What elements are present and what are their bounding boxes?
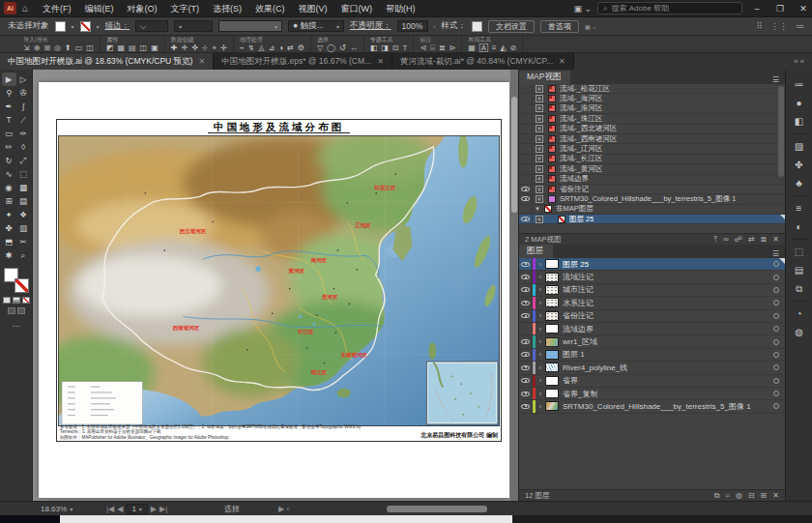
visibility-toggle[interactable]	[519, 185, 533, 193]
toolbar-tool-icon[interactable]: ◭	[500, 44, 506, 52]
toolbar-tool-icon[interactable]: ⚙	[298, 44, 304, 52]
layer-visibility-toggle[interactable]	[519, 323, 533, 334]
layer-visibility-toggle[interactable]	[519, 362, 533, 373]
brushes-panel-icon[interactable]: ▨	[795, 137, 803, 156]
layer-target-icon[interactable]	[773, 313, 779, 319]
close-button[interactable]: ✕	[795, 4, 812, 14]
toolbar-tool-icon[interactable]: ⊕	[34, 44, 41, 52]
toolbar-tool-icon[interactable]: ▽	[317, 44, 323, 52]
layer-row[interactable]: ›流域边界	[519, 323, 785, 335]
toolbar-tool-icon[interactable]: ⊿	[268, 44, 275, 52]
toolbar-tool-icon[interactable]: ◩	[106, 44, 114, 52]
free-transform-tool-icon[interactable]: ⬚	[16, 167, 31, 181]
export-icon[interactable]: ⤒	[714, 235, 718, 245]
visibility-toggle[interactable]	[519, 125, 533, 133]
swatches-panel-icon[interactable]: ◧	[795, 112, 803, 131]
toolbar-tool-icon[interactable]: ⊡	[392, 44, 399, 52]
mapview-row[interactable]: 流域-_西南诸河区	[519, 134, 785, 144]
collect-export-icon[interactable]: ⧉	[714, 491, 720, 501]
map-image[interactable]: 松花江区辽河区西北诸河区海河区黄河区淮河区长江区西南诸河区东南诸河区珠江区	[58, 135, 500, 426]
toolbar-tool-icon[interactable]: ⊲	[420, 44, 426, 52]
layer-target-icon[interactable]	[773, 364, 779, 370]
layer-visibility-toggle[interactable]	[519, 388, 533, 399]
toolbar-tool-icon[interactable]: ◨	[381, 44, 389, 52]
arrange-documents-icon[interactable]: ⠿	[756, 21, 763, 31]
restore-button[interactable]: ❐	[771, 4, 789, 14]
frame-toggle[interactable]	[533, 165, 546, 173]
toolbar-tool-icon[interactable]: ↺	[339, 44, 346, 52]
layer-visibility-toggle[interactable]	[519, 375, 533, 387]
variable-width-select[interactable]: ▾	[174, 20, 213, 32]
layer-row[interactable]: ›流域注记	[519, 271, 785, 283]
toolbar-tool-icon[interactable]: ≡	[492, 44, 497, 52]
mapview-row[interactable]: 流域-_西北诸河区	[519, 125, 785, 134]
layer-expand-icon[interactable]: ›	[536, 286, 545, 293]
list-icon[interactable]: ≔	[796, 21, 804, 31]
stroke-panel-icon[interactable]: ≡	[797, 199, 802, 218]
visibility-toggle[interactable]	[519, 175, 533, 184]
toolbar-tool-icon[interactable]: ✢	[220, 44, 227, 52]
canvas-area[interactable]: 中国地形及流域分布图	[33, 70, 518, 501]
layer-target-icon[interactable]	[773, 378, 779, 384]
toolbar-tool-icon[interactable]: ✛	[181, 44, 188, 52]
locate-icon[interactable]: ⌕	[725, 491, 729, 501]
canvas-horizontal-scrollbar[interactable]	[387, 506, 487, 512]
layer-visibility-toggle[interactable]	[519, 258, 533, 270]
screen-mode-button[interactable]	[17, 307, 25, 314]
column-graph-tool-icon[interactable]: ▥	[16, 221, 31, 235]
layer-row[interactable]: ›省界	[519, 375, 785, 388]
layer-visibility-toggle[interactable]	[519, 297, 533, 308]
layer-expand-icon[interactable]: ›	[536, 261, 545, 268]
layer-target-icon[interactable]	[773, 339, 779, 345]
mapview-row[interactable]: 流域-_辽河区	[519, 144, 785, 154]
pen-tool-icon[interactable]: ✒	[2, 100, 16, 113]
layer-row[interactable]: ›图层 25	[519, 258, 785, 271]
visibility-toggle[interactable]	[519, 104, 533, 113]
last-artboard-icon[interactable]: ▶|	[160, 505, 167, 513]
opacity-input[interactable]: 100%	[397, 20, 428, 32]
mapview-row[interactable]: 图层 25	[519, 215, 785, 224]
frame-toggle[interactable]	[533, 186, 546, 193]
toolbar-tool-icon[interactable]: ⊳	[450, 44, 456, 52]
edit-toolbar-icon[interactable]: ⋯	[13, 322, 20, 331]
shape-builder-tool-icon[interactable]: ◉	[2, 181, 16, 194]
layer-target-icon[interactable]	[773, 261, 779, 267]
fill-dropdown-icon[interactable]: ▾	[72, 23, 74, 30]
menu-item[interactable]: 选择(S)	[206, 0, 248, 17]
toolbar-tool-icon[interactable]: ⇄	[287, 44, 294, 52]
symbol-sprayer-tool-icon[interactable]: ✤	[2, 221, 16, 235]
layer-visibility-toggle[interactable]	[519, 335, 533, 347]
properties-panel-icon[interactable]: ≔	[795, 75, 804, 94]
layer-visibility-toggle[interactable]	[519, 271, 533, 282]
frame-toggle[interactable]	[533, 195, 546, 203]
layer-expand-icon[interactable]: ›	[536, 312, 545, 319]
layer-row[interactable]: ›图层 1	[519, 349, 785, 362]
toolbar-tool-icon[interactable]: T	[403, 44, 408, 52]
toolbar-tool-icon[interactable]: ✚	[171, 44, 178, 52]
symbols-panel-icon[interactable]: ✤	[795, 156, 802, 174]
visibility-toggle[interactable]	[519, 205, 533, 214]
link-icon[interactable]: ∞	[723, 235, 729, 245]
color-panel-icon[interactable]: ●	[796, 94, 801, 112]
appearance-panel-icon[interactable]: ◍	[795, 323, 803, 341]
canvas-vertical-scrollbar[interactable]	[510, 70, 518, 501]
menu-item[interactable]: 编辑(E)	[78, 0, 121, 17]
panel-toggle-icon[interactable]: ⋮⋮	[770, 21, 788, 31]
graphic-styles-panel-icon[interactable]: ♣	[796, 174, 802, 192]
perspective-grid-tool-icon[interactable]: ▦	[16, 181, 31, 194]
menu-item[interactable]: 视图(V)	[292, 0, 334, 17]
toolbar-tool-icon[interactable]: 🄰	[479, 44, 488, 52]
draw-normal-button[interactable]	[8, 307, 15, 314]
frame-toggle[interactable]	[533, 216, 546, 223]
zoom-level-value[interactable]: 18.63%	[41, 505, 67, 513]
line-tool-icon[interactable]: ⟋	[16, 113, 31, 127]
layer-row[interactable]: ›省界_复制	[519, 388, 785, 400]
eyedropper-tool-icon[interactable]: ✦	[2, 208, 16, 221]
artboard-number[interactable]: 1	[131, 505, 135, 513]
scale-tool-icon[interactable]: ⤢	[16, 154, 31, 167]
frame-toggle[interactable]	[533, 135, 546, 143]
layer-expand-icon[interactable]: ›	[536, 326, 545, 333]
mapview-row[interactable]: 流域-_黄河区	[519, 164, 785, 174]
delete-layer-icon[interactable]: ✕	[772, 491, 779, 501]
layer-target-icon[interactable]	[773, 352, 779, 358]
